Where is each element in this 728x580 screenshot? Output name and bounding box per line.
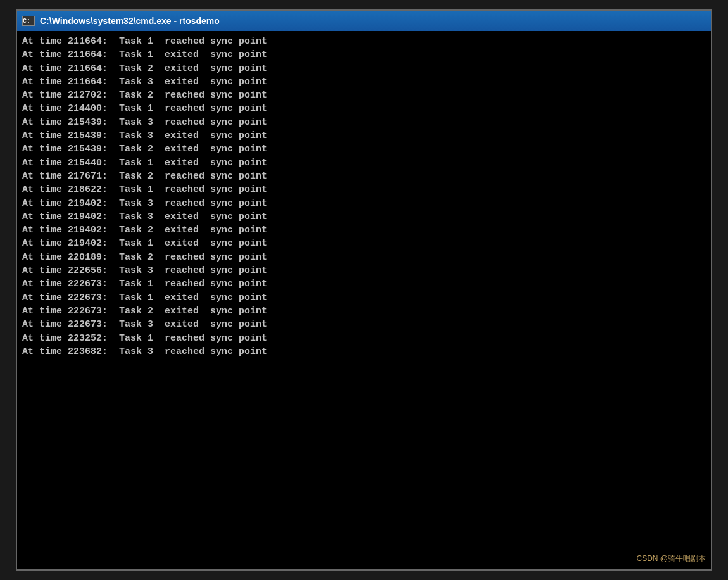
terminal-line: At time 220189: Task 2 reached sync poin… xyxy=(22,251,706,264)
terminal-line: At time 215439: Task 3 reached sync poin… xyxy=(22,116,706,129)
terminal-line: At time 222656: Task 3 reached sync poin… xyxy=(22,264,706,277)
terminal-line: At time 219402: Task 1 exited sync point xyxy=(22,237,706,250)
terminal-output: At time 211664: Task 1 reached sync poin… xyxy=(22,35,706,358)
terminal-line: At time 219402: Task 3 reached sync poin… xyxy=(22,197,706,210)
terminal-line: At time 212702: Task 2 reached sync poin… xyxy=(22,89,706,102)
terminal-line: At time 211664: Task 3 exited sync point xyxy=(22,75,706,89)
terminal-line: At time 211664: Task 1 exited sync point xyxy=(22,48,706,61)
terminal-line: At time 222673: Task 2 exited sync point xyxy=(22,305,706,318)
terminal-line: At time 215439: Task 3 exited sync point xyxy=(22,129,706,142)
terminal-line: At time 217671: Task 2 reached sync poin… xyxy=(22,170,706,183)
window-title: C:\Windows\system32\cmd.exe - rtosdemo xyxy=(40,16,220,26)
watermark: CSDN @骑牛唱剧本 xyxy=(636,553,706,564)
terminal-line: At time 222673: Task 1 reached sync poin… xyxy=(22,277,706,291)
terminal-line: At time 219402: Task 2 exited sync point xyxy=(22,224,706,237)
title-bar: C:_ C:\Windows\system32\cmd.exe - rtosde… xyxy=(17,11,711,31)
terminal-line: At time 211664: Task 1 reached sync poin… xyxy=(22,35,706,48)
terminal-line: At time 211664: Task 2 exited sync point xyxy=(22,62,706,75)
terminal-line: At time 223252: Task 1 reached sync poin… xyxy=(22,332,706,345)
terminal-body: At time 211664: Task 1 reached sync poin… xyxy=(17,31,711,569)
terminal-line: At time 219402: Task 3 exited sync point xyxy=(22,210,706,224)
terminal-line: At time 214400: Task 1 reached sync poin… xyxy=(22,102,706,115)
terminal-line: At time 223682: Task 3 reached sync poin… xyxy=(22,345,706,358)
cmd-icon: C:_ xyxy=(22,16,35,26)
terminal-line: At time 218622: Task 1 reached sync poin… xyxy=(22,183,706,196)
terminal-line: At time 222673: Task 1 exited sync point xyxy=(22,291,706,305)
terminal-line: At time 215440: Task 1 exited sync point xyxy=(22,156,706,170)
terminal-line: At time 215439: Task 2 exited sync point xyxy=(22,142,706,156)
terminal-line: At time 222673: Task 3 exited sync point xyxy=(22,318,706,331)
cmd-window: C:_ C:\Windows\system32\cmd.exe - rtosde… xyxy=(16,9,712,571)
